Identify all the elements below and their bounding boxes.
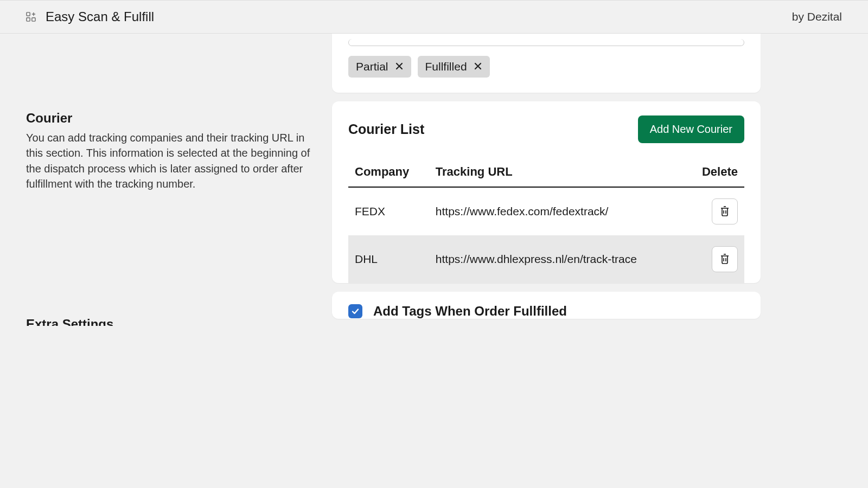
- col-delete: Delete: [686, 157, 744, 187]
- trash-icon: [719, 205, 730, 219]
- extra-settings-section-title: Extra Settings: [26, 192, 317, 326]
- check-icon: [351, 307, 360, 316]
- cell-company: DHL: [348, 235, 429, 283]
- col-company: Company: [348, 157, 429, 187]
- tags-card: Partial Fullfilled: [332, 34, 761, 93]
- courier-list-title: Courier List: [348, 121, 424, 137]
- app-credit: by Dezital: [792, 10, 842, 23]
- cell-url: https://www.fedex.com/fedextrack/: [429, 187, 686, 235]
- table-row: DHL https://www.dhlexpress.nl/en/track-t…: [348, 235, 744, 283]
- col-tracking-url: Tracking URL: [429, 157, 686, 187]
- svg-rect-1: [27, 18, 30, 21]
- svg-rect-2: [32, 18, 35, 21]
- courier-section-info: Courier You can add tracking companies a…: [26, 34, 317, 192]
- cell-company: FEDX: [348, 187, 429, 235]
- courier-list-card: Courier List Add New Courier Company Tra…: [332, 101, 761, 283]
- tags-input[interactable]: [348, 39, 744, 46]
- add-tags-label: Add Tags When Order Fullfilled: [373, 304, 567, 319]
- tag-chip-fullfilled: Fullfilled: [418, 56, 490, 78]
- courier-section-description: You can add tracking companies and their…: [26, 130, 317, 192]
- cell-url: https://www.dhlexpress.nl/en/track-trace: [429, 235, 686, 283]
- courier-table: Company Tracking URL Delete FEDX https:/…: [348, 157, 744, 283]
- apps-grid-icon: [26, 12, 36, 22]
- close-icon[interactable]: [474, 62, 482, 72]
- trash-icon: [719, 253, 730, 266]
- app-header: Easy Scan & Fulfill by Dezital: [0, 0, 868, 34]
- courier-section-title: Courier: [26, 111, 317, 126]
- tag-label: Fullfilled: [425, 60, 467, 73]
- delete-courier-button[interactable]: [712, 198, 738, 224]
- tag-label: Partial: [356, 60, 388, 73]
- close-icon[interactable]: [395, 62, 404, 72]
- app-title: Easy Scan & Fulfill: [46, 9, 154, 24]
- delete-courier-button[interactable]: [712, 246, 738, 272]
- add-tags-checkbox[interactable]: [348, 304, 362, 318]
- extra-settings-card: Add Tags When Order Fullfilled: [332, 292, 761, 319]
- svg-rect-0: [27, 12, 30, 16]
- table-row: FEDX https://www.fedex.com/fedextrack/: [348, 187, 744, 235]
- add-new-courier-button[interactable]: Add New Courier: [638, 115, 744, 143]
- tag-chip-partial: Partial: [348, 56, 411, 78]
